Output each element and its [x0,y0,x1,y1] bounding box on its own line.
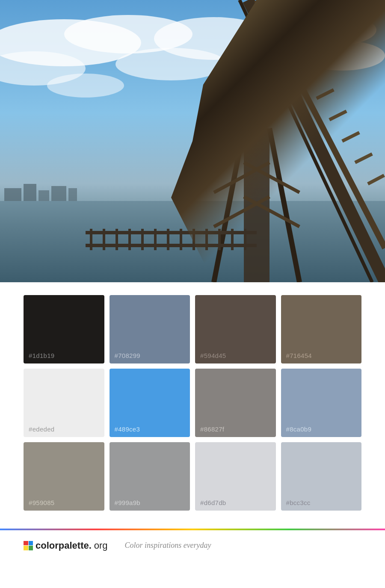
svg-rect-47 [218,229,221,250]
svg-line-27 [368,175,384,184]
swatch-708299[interactable]: #708299 [110,295,190,363]
swatch-716454[interactable]: #716454 [281,295,362,363]
swatch-8ca0b9[interactable]: #8ca0b9 [281,369,362,437]
swatch-1d1b19[interactable]: #1d1b19 [24,295,104,363]
color-row-1: #1d1b19 #708299 #594d45 #716454 [24,295,361,363]
svg-point-8 [218,58,312,88]
svg-rect-49 [244,229,246,250]
svg-point-1 [0,19,141,66]
svg-point-3 [154,17,274,60]
svg-line-17 [257,0,385,248]
svg-line-25 [342,133,359,141]
svg-line-34 [214,197,270,227]
logo-icon-green [29,546,33,550]
logo-text-org: org [94,540,108,551]
swatch-489ce3[interactable]: #489ce3 [110,369,190,437]
color-label-1d1b19: #1d1b19 [29,352,55,359]
svg-point-5 [0,51,86,86]
hero-image: colorpalette.org [0,0,385,282]
footer: colorpalette.org Color inspirations ever… [0,529,385,561]
svg-line-23 [317,90,334,98]
swatch-bcc3cc[interactable]: #bcc3cc [281,442,362,511]
svg-rect-46 [205,229,208,250]
svg-rect-48 [231,229,234,250]
swatch-d6d7db[interactable]: #d6d7db [195,442,276,511]
swatch-ededed[interactable]: #ededed [24,369,104,437]
svg-point-2 [64,15,192,53]
svg-line-19 [265,4,282,13]
color-row-3: #959085 #999a9b #d6d7db #bcc3cc [24,442,361,511]
color-label-716454: #716454 [286,352,312,359]
color-label-959085: #959085 [29,499,55,506]
color-label-bcc3cc: #bcc3cc [286,499,311,506]
swatch-594d45[interactable]: #594d45 [195,295,276,363]
color-label-86827f: #86827f [200,425,224,433]
logo-icon-yellow [24,546,28,550]
svg-line-21 [291,47,308,56]
color-label-708299: #708299 [115,352,141,359]
logo-icon [24,541,33,550]
color-label-ededed: #ededed [29,425,55,433]
swatch-959085[interactable]: #959085 [24,442,104,511]
color-label-d6d7db: #d6d7db [200,499,226,506]
footer-logo[interactable]: colorpalette.org [24,540,108,551]
hero-watermark: colorpalette.org [26,128,82,137]
color-label-594d45: #594d45 [200,352,226,359]
svg-point-4 [240,11,376,49]
color-label-999a9b: #999a9b [115,499,141,506]
svg-line-20 [278,26,295,34]
svg-line-24 [329,111,346,120]
svg-line-29 [214,128,244,282]
color-label-8ca0b9: #8ca0b9 [286,425,312,433]
svg-rect-28 [244,128,270,282]
color-row-2: #ededed #489ce3 #86827f #8ca0b9 [24,369,361,437]
color-palette-section: #1d1b19 #708299 #594d45 #716454 #ededed … [0,282,385,529]
color-label-489ce3: #489ce3 [115,425,140,433]
svg-line-32 [214,163,270,192]
svg-point-7 [299,41,385,71]
footer-tagline: Color inspirations everyday [125,541,211,550]
svg-point-6 [116,48,227,80]
svg-line-30 [270,128,299,282]
svg-line-18 [240,0,372,282]
logo-icon-blue [29,541,33,546]
svg-point-9 [47,74,124,98]
logo-icon-red [24,541,28,546]
swatch-999a9b[interactable]: #999a9b [110,442,190,511]
svg-line-31 [244,163,299,192]
svg-line-33 [244,197,299,227]
logo-text-bold: colorpalette. [36,540,92,551]
svg-line-22 [304,68,321,77]
svg-line-26 [355,154,372,163]
swatch-86827f[interactable]: #86827f [195,369,276,437]
svg-line-16 [248,0,385,282]
hero-water [0,197,385,282]
